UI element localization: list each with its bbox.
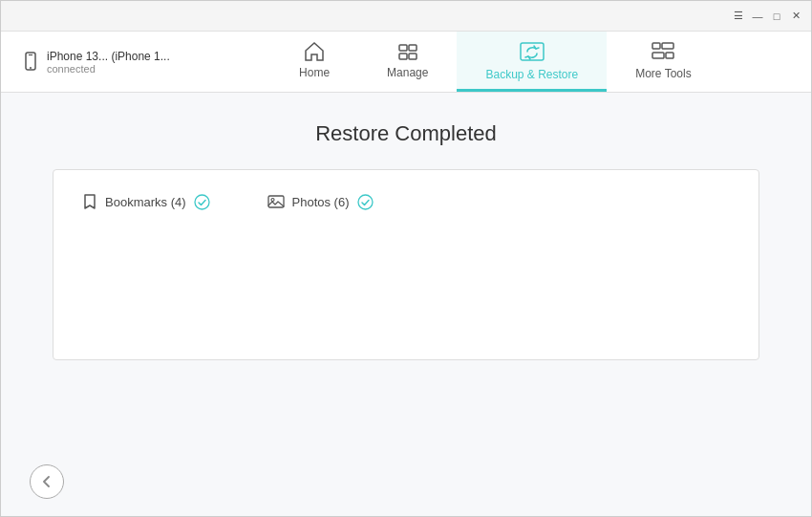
minimize-button[interactable]: — [750, 9, 765, 24]
svg-rect-13 [268, 196, 284, 207]
nav-item-more-tools[interactable]: More Tools [607, 32, 719, 92]
menu-button[interactable]: ☰ [731, 9, 746, 24]
photos-label: Photos (6) [292, 195, 350, 209]
bookmarks-icon [82, 193, 97, 210]
nav-home-label: Home [299, 66, 330, 79]
svg-rect-8 [652, 43, 660, 49]
svg-rect-4 [409, 45, 417, 51]
bookmarks-check-icon [194, 194, 210, 210]
back-button[interactable] [30, 464, 64, 499]
svg-rect-10 [652, 53, 664, 58]
nav-item-home[interactable]: Home [270, 32, 358, 92]
page-title: Restore Completed [315, 121, 497, 146]
main-content: Restore Completed Bookmarks (4) [1, 93, 811, 517]
restore-item-bookmarks: Bookmarks (4) [82, 193, 210, 210]
svg-point-15 [358, 195, 373, 209]
more-tools-icon [650, 40, 676, 63]
backup-restore-icon [519, 39, 545, 64]
restore-item-photos: Photos (6) [267, 193, 374, 210]
svg-point-14 [271, 199, 274, 202]
window-controls: ☰ — □ ✕ [731, 9, 803, 24]
nav-backup-label: Backup & Restore [485, 68, 578, 81]
svg-rect-9 [662, 43, 673, 49]
home-icon [303, 41, 326, 62]
svg-rect-6 [409, 54, 417, 59]
device-name: iPhone 13... (iPhone 1... [47, 50, 170, 63]
maximize-button[interactable]: □ [769, 9, 784, 24]
svg-point-12 [195, 195, 209, 209]
svg-point-2 [30, 67, 32, 69]
nav-items: Home Manage [180, 32, 811, 92]
nav-item-backup-restore[interactable]: Backup & Restore [457, 32, 607, 92]
photos-icon [267, 194, 285, 209]
manage-icon [396, 41, 419, 62]
device-text: iPhone 13... (iPhone 1... connected [47, 50, 170, 75]
svg-rect-5 [399, 54, 407, 59]
device-icon [20, 52, 41, 73]
device-info: iPhone 13... (iPhone 1... connected [11, 32, 180, 92]
photos-check-icon [357, 194, 374, 210]
nav-bar: iPhone 13... (iPhone 1... connected Home [1, 32, 811, 93]
restore-card: Bookmarks (4) Photos (6) [53, 169, 759, 360]
bookmarks-label: Bookmarks (4) [105, 195, 186, 209]
svg-rect-3 [399, 45, 407, 51]
svg-rect-11 [666, 53, 673, 58]
nav-more-tools-label: More Tools [635, 67, 691, 80]
nav-manage-label: Manage [387, 66, 428, 79]
title-bar: ☰ — □ ✕ [1, 1, 811, 32]
close-button[interactable]: ✕ [788, 9, 803, 24]
device-status: connected [47, 63, 170, 75]
nav-item-manage[interactable]: Manage [358, 32, 457, 92]
